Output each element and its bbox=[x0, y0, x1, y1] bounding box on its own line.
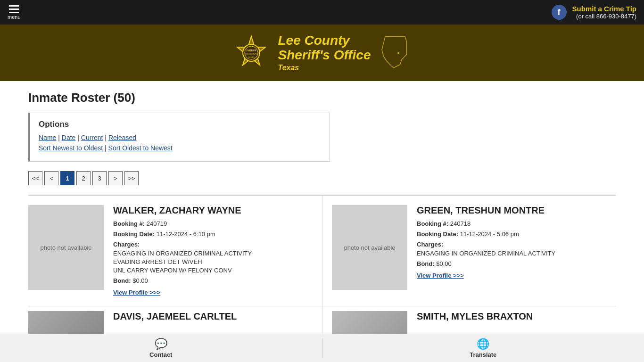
page-3-button[interactable]: 3 bbox=[92, 171, 107, 185]
main-content: Inmate Roster (50) Options Name | Date |… bbox=[0, 81, 644, 354]
inmate-info: GREEN, TRESHUN MONTRE Booking #: 240718 … bbox=[417, 205, 611, 296]
filter-date[interactable]: Date bbox=[62, 134, 76, 141]
top-bar: menu f Submit a Crime Tip (or call 866-9… bbox=[0, 0, 644, 25]
inmate-charges: Charges: ENGAGING IN ORGANIZED CRIMINAL … bbox=[417, 240, 611, 257]
sort-row: Sort Newest to Oldest | Sort Oldest to N… bbox=[39, 144, 321, 152]
contact-icon: 💬 bbox=[155, 338, 167, 350]
page-2-button[interactable]: 2 bbox=[76, 171, 91, 185]
inmate-name: GREEN, TRESHUN MONTRE bbox=[417, 205, 611, 216]
sheriff-badge-icon: SHERIFF LEE COUNTY TEXAS bbox=[232, 34, 270, 72]
contact-button[interactable]: 💬 Contact bbox=[0, 334, 322, 354]
submit-crime-tip-link[interactable]: Submit a Crime Tip bbox=[572, 5, 636, 13]
inmate-name: WALKER, ZACHARY WAYNE bbox=[113, 205, 317, 216]
view-profile-link[interactable]: View Profile >>> bbox=[417, 272, 464, 279]
office-title-line1: Lee County bbox=[278, 33, 349, 48]
inmate-info: WALKER, ZACHARY WAYNE Booking #: 240719 … bbox=[113, 205, 317, 296]
menu-group[interactable]: menu bbox=[8, 5, 21, 20]
options-box: Options Name | Date | Current | Released… bbox=[28, 113, 330, 162]
page-1-button[interactable]: 1 bbox=[60, 171, 74, 185]
facebook-icon[interactable]: f bbox=[552, 5, 567, 20]
inmate-booking-num: Booking #: 240719 bbox=[113, 220, 317, 228]
inmate-entry: photo not available GREEN, TRESHUN MONTR… bbox=[322, 196, 616, 306]
sort-newest-to-oldest[interactable]: Sort Newest to Oldest bbox=[39, 144, 103, 152]
page-last-button[interactable]: >> bbox=[124, 171, 139, 185]
inmate-entry: photo not available WALKER, ZACHARY WAYN… bbox=[28, 196, 322, 306]
translate-icon: 🌐 bbox=[477, 338, 489, 350]
contact-label: Contact bbox=[149, 351, 172, 354]
svg-text:LEE COUNTY: LEE COUNTY bbox=[246, 53, 258, 55]
inmate-charges: Charges: ENGAGING IN ORGANIZED CRIMINAL … bbox=[113, 240, 317, 275]
svg-text:SHERIFF: SHERIFF bbox=[247, 49, 256, 52]
inmate-bond: Bond: $0.00 bbox=[113, 277, 317, 285]
pagination: << < 1 2 3 > >> bbox=[28, 171, 616, 185]
translate-button[interactable]: 🌐 Translate bbox=[322, 334, 644, 354]
view-profile-link[interactable]: View Profile >>> bbox=[113, 289, 160, 296]
filter-row: Name | Date | Current | Released bbox=[39, 134, 321, 141]
bottom-bar: 💬 Contact 🌐 Translate bbox=[0, 334, 644, 354]
office-title: Lee County Sheriff's Office Texas bbox=[278, 33, 371, 72]
svg-text:TEXAS: TEXAS bbox=[248, 56, 255, 58]
inmate-name: DAVIS, JAEMEEL CARLTEL bbox=[113, 311, 237, 322]
crime-tip-section: Submit a Crime Tip (or call 866-930-8477… bbox=[572, 5, 636, 20]
inmate-name: SMITH, MYLES BRAXTON bbox=[417, 311, 533, 322]
filter-name[interactable]: Name bbox=[39, 134, 56, 141]
inmate-booking-date: Booking Date: 11-12-2024 - 6:10 pm bbox=[113, 230, 317, 239]
page-prev-button[interactable]: < bbox=[44, 171, 58, 185]
page-first-button[interactable]: << bbox=[28, 171, 42, 185]
top-right-actions: f Submit a Crime Tip (or call 866-930-84… bbox=[552, 5, 636, 20]
translate-label: Translate bbox=[470, 351, 496, 354]
texas-map-icon bbox=[379, 35, 412, 71]
inmate-booking-num: Booking #: 240718 bbox=[417, 220, 611, 228]
inmate-photo: photo not available bbox=[28, 205, 104, 290]
options-label: Options bbox=[39, 120, 321, 129]
svg-point-6 bbox=[397, 52, 399, 54]
filter-current[interactable]: Current bbox=[81, 134, 103, 141]
inmate-bond: Bond: $0.00 bbox=[417, 260, 611, 268]
menu-button[interactable] bbox=[9, 5, 19, 13]
sort-oldest-to-newest[interactable]: Sort Oldest to Newest bbox=[108, 144, 173, 152]
office-title-line3: Texas bbox=[278, 64, 299, 72]
office-title-line2: Sheriff's Office bbox=[278, 48, 371, 63]
header-banner: SHERIFF LEE COUNTY TEXAS Lee County Sher… bbox=[0, 25, 644, 81]
menu-label: menu bbox=[8, 14, 21, 20]
page-title: Inmate Roster (50) bbox=[28, 90, 616, 105]
inmate-photo: photo not available bbox=[332, 205, 407, 290]
filter-released[interactable]: Released bbox=[108, 134, 136, 141]
inmates-grid: photo not available WALKER, ZACHARY WAYN… bbox=[28, 196, 616, 344]
crime-tip-phone: (or call 866-930-8477) bbox=[572, 13, 636, 20]
header-content: SHERIFF LEE COUNTY TEXAS Lee County Sher… bbox=[232, 33, 411, 72]
page-next-button[interactable]: > bbox=[108, 171, 123, 185]
inmate-booking-date: Booking Date: 11-12-2024 - 5:06 pm bbox=[417, 230, 611, 239]
